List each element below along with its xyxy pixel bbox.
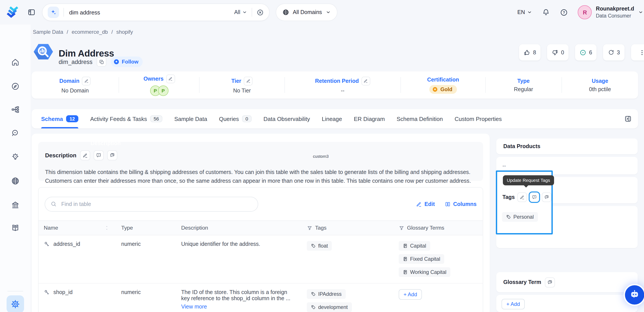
user-menu[interactable]: R Rounakpreet.d Data Consumer: [578, 5, 638, 19]
tag-pill[interactable]: IPAddress: [307, 289, 346, 299]
tier-label[interactable]: Tier: [231, 76, 252, 85]
filter-funnel-icon[interactable]: [307, 225, 312, 231]
table-row: address_id numeric Unique identifier for…: [38, 235, 483, 283]
owner-avatar[interactable]: P: [158, 85, 168, 96]
description-heading: Description: [45, 152, 76, 159]
sidebar-item-settings[interactable]: [6, 295, 24, 312]
entity-tabs: Schema12 Activity Feeds & Tasks56 Sample…: [32, 109, 638, 128]
tab-custom-properties[interactable]: Custom Properties: [455, 109, 502, 128]
sidebar-item-data-products[interactable]: [11, 105, 20, 114]
find-in-table-input[interactable]: [60, 201, 252, 208]
edit-pencil-icon[interactable]: [362, 76, 370, 85]
type-label[interactable]: Type: [517, 78, 530, 84]
sidebar-item-observability[interactable]: [11, 129, 20, 138]
retention-label[interactable]: Retention Period: [315, 76, 370, 85]
sidebar-toggle-icon[interactable]: [27, 8, 36, 17]
filter-funnel-icon[interactable]: [399, 225, 404, 231]
upvote-button[interactable]: 8: [519, 44, 540, 61]
edit-pencil-icon[interactable]: [244, 76, 253, 85]
edit-columns-button[interactable]: Edit: [416, 201, 435, 207]
sidebar-item-home[interactable]: [11, 58, 20, 67]
glossary-term-pill[interactable]: Capital: [399, 241, 430, 251]
edit-pencil-icon[interactable]: [82, 76, 91, 85]
usage-label[interactable]: Usage: [592, 78, 608, 84]
domain-label[interactable]: Domain: [59, 76, 91, 85]
tab-queries[interactable]: Queries0: [219, 109, 252, 128]
search-input[interactable]: [68, 9, 230, 16]
chevron-down-icon: [638, 10, 643, 15]
user-role: Data Consumer: [596, 13, 634, 19]
tag-pill[interactable]: Personal: [502, 212, 538, 222]
comments-icon[interactable]: [107, 150, 117, 160]
search-scope-dropdown[interactable]: All: [234, 9, 247, 15]
add-glossary-term-button[interactable]: + Add: [502, 299, 525, 309]
certification-label[interactable]: Certification: [427, 76, 459, 83]
tab-schema-definition[interactable]: Schema Definition: [397, 109, 443, 128]
tab-lineage[interactable]: Lineage: [322, 109, 342, 128]
tag-pill[interactable]: float: [307, 241, 332, 251]
tab-schema[interactable]: Schema12: [41, 109, 78, 128]
global-search[interactable]: All: [42, 4, 270, 21]
sidebar-item-insights[interactable]: [11, 153, 20, 162]
tab-sample-data[interactable]: Sample Data: [174, 109, 207, 128]
glossary-comments-icon[interactable]: [545, 277, 555, 287]
column-header-description: Description: [176, 225, 302, 231]
tab-er-diagram[interactable]: ER Diagram: [354, 109, 385, 128]
book-icon: [403, 269, 408, 275]
sidebar-item-glossary[interactable]: [11, 223, 20, 232]
column-header-name[interactable]: Name: [38, 225, 116, 231]
table-header-row: Name Type Description Tags Glossary Term…: [38, 220, 483, 235]
edit-pencil-icon[interactable]: [166, 74, 175, 83]
collapse-panel-icon[interactable]: [624, 115, 632, 123]
app-logo[interactable]: [6, 5, 21, 20]
watch-button[interactable]: 6: [575, 44, 596, 61]
find-in-table[interactable]: [45, 197, 258, 211]
pencil-icon: [416, 201, 422, 207]
version-history-button[interactable]: 3: [603, 44, 624, 61]
thumbs-up-icon: [524, 49, 530, 56]
request-tags-icon[interactable]: [530, 192, 540, 202]
search-icon: [50, 201, 57, 207]
glossary-term-pill[interactable]: Fixed Capital: [399, 254, 444, 264]
copy-icon[interactable]: [97, 57, 106, 67]
thumbs-down-icon: [552, 49, 558, 56]
ai-sparkle-icon[interactable]: [48, 7, 59, 18]
tag-pill[interactable]: development: [307, 302, 352, 312]
all-domains-button[interactable]: All Domains: [276, 4, 337, 21]
sidebar-item-govern[interactable]: [11, 201, 20, 209]
tags-comments-icon[interactable]: [542, 192, 552, 202]
breadcrumb-item[interactable]: ecommerce_db: [72, 29, 108, 35]
tags-heading: Tags: [502, 194, 515, 200]
edit-description-icon[interactable]: [80, 150, 90, 160]
sort-icon[interactable]: [104, 225, 110, 231]
sidebar-item-explore[interactable]: [11, 82, 20, 91]
meta-domain: Domain No Domain: [32, 76, 118, 94]
add-glossary-term-button[interactable]: + Add: [399, 289, 422, 300]
medal-icon: [432, 86, 438, 92]
columns-icon: [444, 201, 450, 207]
columns-table: Edit Columns Name Type Description: [38, 187, 483, 312]
clear-search-icon[interactable]: [256, 9, 264, 16]
tab-activity-feeds[interactable]: Activity Feeds & Tasks56: [90, 109, 162, 128]
tab-data-observability[interactable]: Data Observability: [264, 109, 310, 128]
language-selector[interactable]: EN: [517, 9, 532, 15]
notifications-bell-icon[interactable]: [542, 8, 550, 17]
entity-name: dim_address: [59, 59, 92, 65]
glossary-term-pill[interactable]: Working Capital: [399, 267, 450, 277]
request-description-icon[interactable]: [94, 150, 104, 160]
assistant-chatbot-button[interactable]: [625, 285, 644, 304]
edit-tags-icon[interactable]: [518, 192, 527, 202]
owners-label[interactable]: Owners: [144, 74, 175, 83]
view-more-link[interactable]: View more: [181, 304, 207, 310]
more-menu-button[interactable]: [631, 44, 644, 61]
help-icon[interactable]: [560, 8, 568, 17]
breadcrumb-item[interactable]: Sample Data: [33, 29, 63, 35]
downvote-button[interactable]: 0: [547, 44, 568, 61]
data-products-heading-card: Data Products: [496, 138, 638, 154]
description-ghost-label: Description: [90, 140, 121, 146]
manage-columns-button[interactable]: Columns: [444, 201, 476, 207]
bigquery-service-icon: [33, 42, 54, 64]
sidebar-item-domains[interactable]: [11, 177, 20, 185]
follow-button[interactable]: Follow: [111, 57, 143, 67]
breadcrumb-item[interactable]: shopify: [116, 29, 133, 35]
